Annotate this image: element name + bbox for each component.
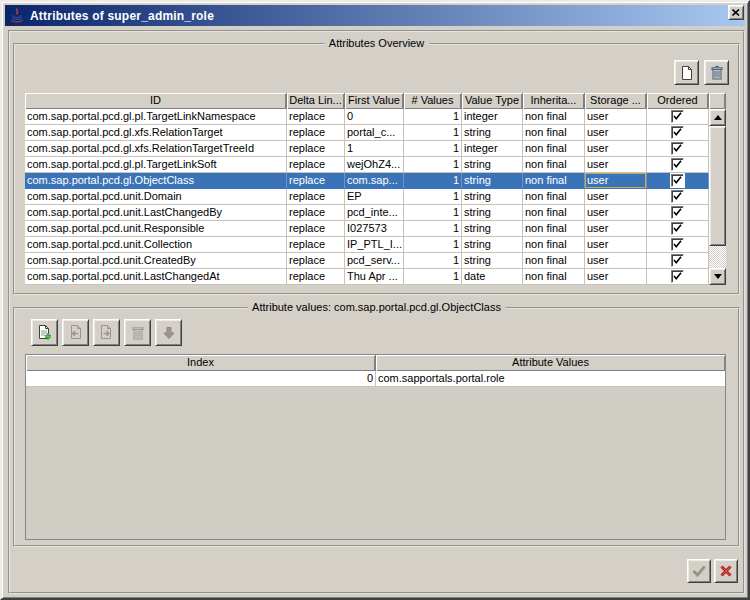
cell-first_value[interactable]: 0 [345,109,404,125]
cell-num_values[interactable]: 1 [404,109,462,125]
cell-inheritance[interactable]: non final [523,109,585,125]
cell-storage[interactable]: user [585,141,647,157]
cell-num_values[interactable]: 1 [404,269,462,285]
cell-first_value[interactable]: 1 [345,141,404,157]
cell-first_value[interactable]: com.sap... [345,173,404,189]
cell-first_value[interactable]: portal_c... [345,125,404,141]
cell-delta_link[interactable]: replace [287,125,345,141]
column-header[interactable]: ID [25,93,287,109]
cell-delta_link[interactable]: replace [287,109,345,125]
cell-storage[interactable]: user [585,237,647,253]
cell-inheritance[interactable]: non final [523,253,585,269]
scrollbar-thumb[interactable] [709,126,726,246]
cell-delta_link[interactable]: replace [287,269,345,285]
cell-num_values[interactable]: 1 [404,205,462,221]
cell-num_values[interactable]: 1 [404,125,462,141]
attribute-row[interactable]: com.sap.portal.pcd.unit.Responsiblerepla… [25,221,709,237]
column-header[interactable]: Ordered [647,93,709,109]
cell-storage[interactable]: user [585,173,647,189]
cell-first_value[interactable]: Thu Apr ... [345,269,404,285]
cell-num_values[interactable]: 1 [404,237,462,253]
attribute-row[interactable]: com.sap.portal.pcd.gl.ObjectClassreplace… [25,173,709,189]
cell-value_type[interactable]: string [462,221,523,237]
apply-button[interactable] [687,559,711,583]
move-value-down-button[interactable] [155,319,182,346]
ordered-checkbox[interactable] [671,158,684,171]
cell-storage[interactable]: user [585,157,647,173]
cell-inheritance[interactable]: non final [523,173,585,189]
cell-first_value[interactable]: EP [345,189,404,205]
cell-inheritance[interactable]: non final [523,269,585,285]
scroll-down-button[interactable] [709,268,726,285]
attribute-row[interactable]: com.sap.portal.pcd.unit.CreatedByreplace… [25,253,709,269]
cell-first_value[interactable]: wejOhZ4... [345,157,404,173]
cell-storage[interactable]: user [585,205,647,221]
cell-inheritance[interactable]: non final [523,189,585,205]
cell-value_type[interactable]: integer [462,109,523,125]
cell-num_values[interactable]: 1 [404,173,462,189]
cell-value_type[interactable]: string [462,205,523,221]
column-header[interactable]: First Value [345,93,404,109]
cell-inheritance[interactable]: non final [523,237,585,253]
cell-id[interactable]: com.sap.portal.pcd.gl.ObjectClass [25,173,287,189]
cell-storage[interactable]: user [585,221,647,237]
column-header[interactable]: Value Type [462,93,523,109]
delete-value-button[interactable] [124,319,151,346]
cell-delta_link[interactable]: replace [287,141,345,157]
cell-id[interactable]: com.sap.portal.pcd.gl.pl.TargetLinkNames… [25,109,287,125]
cell-delta_link[interactable]: replace [287,189,345,205]
doc-arrow-left-button[interactable] [62,319,89,346]
cell-num_values[interactable]: 1 [404,221,462,237]
cell-id[interactable]: com.sap.portal.pcd.unit.CreatedBy [25,253,287,269]
cell-first_value[interactable]: pcd_serv... [345,253,404,269]
cell-first_value[interactable]: pcd_inte... [345,205,404,221]
cell-inheritance[interactable]: non final [523,125,585,141]
column-header[interactable]: Delta Lin... [287,93,345,109]
cell-delta_link[interactable]: replace [287,173,345,189]
cell-id[interactable]: com.sap.portal.pcd.unit.Responsible [25,221,287,237]
cell-value_type[interactable]: integer [462,141,523,157]
attribute-row[interactable]: com.sap.portal.pcd.gl.pl.TargetLinkNames… [25,109,709,125]
attribute-row[interactable]: com.sap.portal.pcd.unit.LastChangedAtrep… [25,269,709,285]
attribute-row[interactable]: com.sap.portal.pcd.gl.pl.TargetLinkSoftr… [25,157,709,173]
cell-num_values[interactable]: 1 [404,253,462,269]
column-header[interactable]: Inherita... [523,93,585,109]
column-header[interactable]: Index [26,355,376,371]
scroll-up-button[interactable] [709,109,726,126]
cell-storage[interactable]: user [585,269,647,285]
cell-inheritance[interactable]: non final [523,205,585,221]
cell-id[interactable]: com.sap.portal.pcd.gl.xfs.RelationTarget [25,125,287,141]
cell-value_type[interactable]: string [462,253,523,269]
cancel-button[interactable] [714,559,738,583]
cell-inheritance[interactable]: non final [523,157,585,173]
column-header[interactable]: Storage ... [585,93,647,109]
cell-value_type[interactable]: string [462,173,523,189]
cell-id[interactable]: com.sap.portal.pcd.gl.xfs.RelationTarget… [25,141,287,157]
cell-delta_link[interactable]: replace [287,253,345,269]
cell-storage[interactable]: user [585,189,647,205]
cell-num_values[interactable]: 1 [404,189,462,205]
cell-value_type[interactable]: date [462,269,523,285]
ordered-checkbox[interactable] [671,206,684,219]
title-bar[interactable]: Attributes of super_admin_role [5,5,745,26]
cell-value_type[interactable]: string [462,189,523,205]
ordered-checkbox[interactable] [671,126,684,139]
attribute-row[interactable]: com.sap.portal.pcd.unit.DomainreplaceEP1… [25,189,709,205]
cell-id[interactable]: com.sap.portal.pcd.unit.Domain [25,189,287,205]
cell-inheritance[interactable]: non final [523,221,585,237]
cell-delta_link[interactable]: replace [287,205,345,221]
cell-id[interactable]: com.sap.portal.pcd.gl.pl.TargetLinkSoft [25,157,287,173]
cell-id[interactable]: com.sap.portal.pcd.unit.Collection [25,237,287,253]
cell-index[interactable]: 0 [26,371,376,387]
column-header[interactable]: Attribute Values [376,355,726,371]
cell-value_type[interactable]: string [462,237,523,253]
cell-value_type[interactable]: string [462,157,523,173]
ordered-checkbox[interactable] [671,142,684,155]
ordered-checkbox[interactable] [671,110,684,123]
cell-id[interactable]: com.sap.portal.pcd.unit.LastChangedAt [25,269,287,285]
delete-attribute-button[interactable] [704,60,729,85]
ordered-checkbox[interactable] [671,222,684,235]
ordered-checkbox[interactable] [671,174,684,187]
cell-storage[interactable]: user [585,109,647,125]
add-value-button[interactable] [31,319,58,346]
